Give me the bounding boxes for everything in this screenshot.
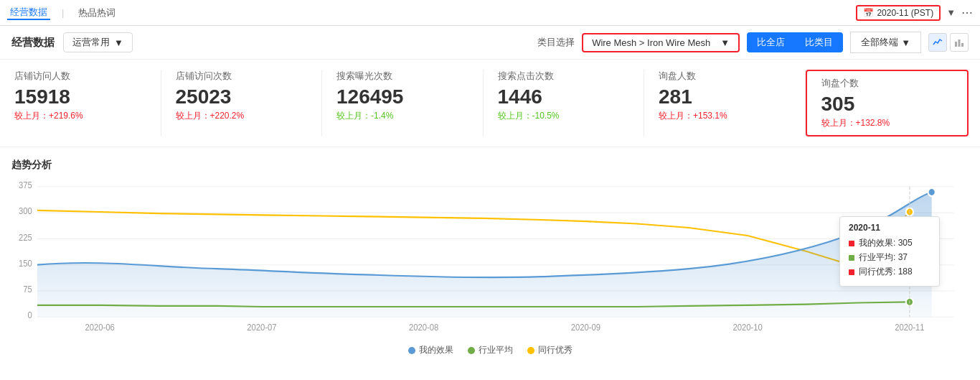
- terminal-label: 全部终端: [861, 36, 898, 49]
- calendar-icon: 📅: [863, 8, 874, 18]
- chart-legend: 我的效果 行业平均 同行优秀: [11, 344, 969, 356]
- page-title: 经营数据: [11, 36, 55, 50]
- metric-value-4: 281: [659, 85, 791, 108]
- svg-text:2020-08: 2020-08: [409, 323, 438, 332]
- tooltip-label-0: 我的效果: 305: [859, 237, 913, 249]
- metric-card-visits: 店铺访问次数 25023 较上月：+220.2%: [161, 70, 323, 136]
- svg-text:0: 0: [27, 310, 32, 320]
- legend-item-2: 同行优秀: [527, 344, 573, 356]
- compare-store-button[interactable]: 比全店: [747, 32, 795, 52]
- chart-title: 趋势分析: [11, 159, 969, 172]
- svg-point-21: [928, 188, 936, 196]
- metric-label-3: 搜索点击次数: [498, 70, 630, 83]
- chevron-down-icon: ▼: [114, 37, 123, 48]
- legend-dot-1: [468, 347, 475, 354]
- svg-text:2020-09: 2020-09: [571, 323, 600, 332]
- header-right: 类目选择 Wire Mesh > Iron Wire Mesh ▼ 比全店 比类…: [537, 32, 969, 53]
- metric-value-0: 15918: [14, 85, 146, 108]
- metric-card-search-clicks: 搜索点击次数 1446 较上月：-10.5%: [484, 70, 645, 136]
- chevron-down-icon: ▼: [720, 37, 730, 48]
- metric-label-1: 店铺访问次数: [176, 70, 308, 83]
- metric-card-search-impressions: 搜索曝光次数 126495 较上月：-1.4%: [322, 70, 484, 136]
- metric-value-3: 1446: [498, 85, 630, 108]
- tooltip-dot-1: [849, 255, 854, 261]
- date-value: 2020-11 (PST): [877, 8, 933, 18]
- svg-text:2020-10: 2020-10: [732, 323, 763, 332]
- legend-item-0: 我的效果: [408, 344, 453, 356]
- terminal-dropdown[interactable]: 全部终端 ▼: [850, 32, 921, 53]
- metric-change-5: 较上月：+132.8%: [821, 117, 953, 129]
- category-value: Wire Mesh > Iron Wire Mesh: [592, 37, 716, 48]
- metric-change-3: 较上月：-10.5%: [498, 110, 630, 122]
- tooltip-row-1: 行业平均: 37: [849, 251, 930, 264]
- view-icons: [928, 33, 969, 52]
- metric-value-5: 305: [821, 93, 953, 116]
- trend-chart: 375 300 225 150 75 0 2020-06 2020-07 202…: [11, 180, 969, 338]
- metric-card-inquiry-people: 询盘人数 281 较上月：+153.1%: [644, 70, 806, 136]
- tooltip-row-2: 同行优秀: 188: [849, 266, 930, 278]
- metrics-row: 店铺访问人数 15918 较上月：+219.6% 店铺访问次数 25023 较上…: [0, 60, 980, 147]
- metric-change-4: 较上月：+153.1%: [659, 110, 791, 122]
- tooltip-dot-0: [849, 241, 854, 246]
- metric-change-2: 较上月：-1.4%: [336, 110, 468, 122]
- tooltip-label-2: 同行优秀: 188: [859, 266, 913, 278]
- chart-tooltip: 2020-11 我的效果: 305 行业平均: 37 同行优秀: 188: [839, 216, 940, 287]
- legend-label-0: 我的效果: [419, 344, 453, 356]
- svg-text:150: 150: [19, 259, 32, 268]
- nav-expand-icon[interactable]: ⋯: [961, 6, 973, 19]
- metric-label-4: 询盘人数: [659, 70, 791, 83]
- tooltip-dot-2: [849, 269, 854, 275]
- svg-rect-0: [955, 42, 957, 47]
- operation-mode-dropdown[interactable]: 运营常用 ▼: [63, 32, 133, 52]
- metric-label-5: 询盘个数: [821, 77, 953, 90]
- compare-buttons: 比全店 比类目: [747, 32, 843, 52]
- legend-item-1: 行业平均: [468, 344, 513, 356]
- top-nav-right: 📅 2020-11 (PST) ▼ ⋯: [856, 5, 973, 21]
- metric-label-2: 搜索曝光次数: [336, 70, 468, 83]
- metric-value-2: 126495: [336, 85, 468, 108]
- legend-dot-2: [527, 347, 534, 354]
- metric-change-1: 较上月：+220.2%: [176, 110, 308, 122]
- metric-value-1: 25023: [176, 85, 308, 108]
- nav-item-jingying[interactable]: 经营数据: [7, 6, 50, 20]
- metric-card-visitors: 店铺访问人数 15918 较上月：+219.6%: [11, 70, 161, 136]
- svg-text:225: 225: [19, 232, 32, 241]
- metric-label-0: 店铺访问人数: [14, 70, 146, 83]
- tooltip-date: 2020-11: [849, 223, 930, 233]
- operation-mode-label: 运营常用: [72, 36, 110, 49]
- chevron-down-icon: ▼: [901, 37, 910, 48]
- chart-container: 375 300 225 150 75 0 2020-06 2020-07 202…: [11, 180, 969, 338]
- svg-text:2020-07: 2020-07: [247, 323, 276, 332]
- line-chart-view-icon[interactable]: [928, 33, 947, 52]
- bar-chart-view-icon[interactable]: [950, 33, 969, 52]
- category-label: 类目选择: [537, 36, 575, 49]
- svg-text:2020-06: 2020-06: [85, 323, 114, 332]
- legend-dot-0: [408, 347, 415, 354]
- tooltip-row-0: 我的效果: 305: [849, 237, 930, 249]
- svg-text:300: 300: [19, 206, 32, 216]
- chart-section: 趋势分析 375 300 225 150 75 0 2020-06 2020-0…: [0, 147, 980, 368]
- tooltip-label-1: 行业平均: 37: [859, 251, 908, 264]
- nav-item-repinreici[interactable]: 热品热词: [75, 6, 118, 19]
- svg-rect-2: [961, 43, 963, 47]
- svg-text:75: 75: [23, 284, 32, 294]
- compare-category-button[interactable]: 比类目: [795, 32, 843, 52]
- category-selector[interactable]: Wire Mesh > Iron Wire Mesh ▼: [582, 33, 740, 52]
- header-row: 经营数据 运营常用 ▼ 类目选择 Wire Mesh > Iron Wire M…: [0, 26, 980, 60]
- date-selector[interactable]: 📅 2020-11 (PST): [856, 5, 941, 21]
- chevron-down-icon[interactable]: ▼: [946, 7, 956, 18]
- svg-text:375: 375: [19, 180, 32, 190]
- legend-label-2: 同行优秀: [538, 344, 573, 356]
- top-nav: 经营数据 | 热品热词 📅 2020-11 (PST) ▼ ⋯: [0, 0, 980, 26]
- metric-change-0: 较上月：+219.6%: [14, 110, 146, 122]
- svg-text:2020-11: 2020-11: [895, 323, 924, 332]
- metric-card-inquiry-count: 询盘个数 305 较上月：+132.8%: [806, 70, 969, 136]
- svg-rect-1: [958, 40, 961, 47]
- legend-label-1: 行业平均: [479, 344, 513, 356]
